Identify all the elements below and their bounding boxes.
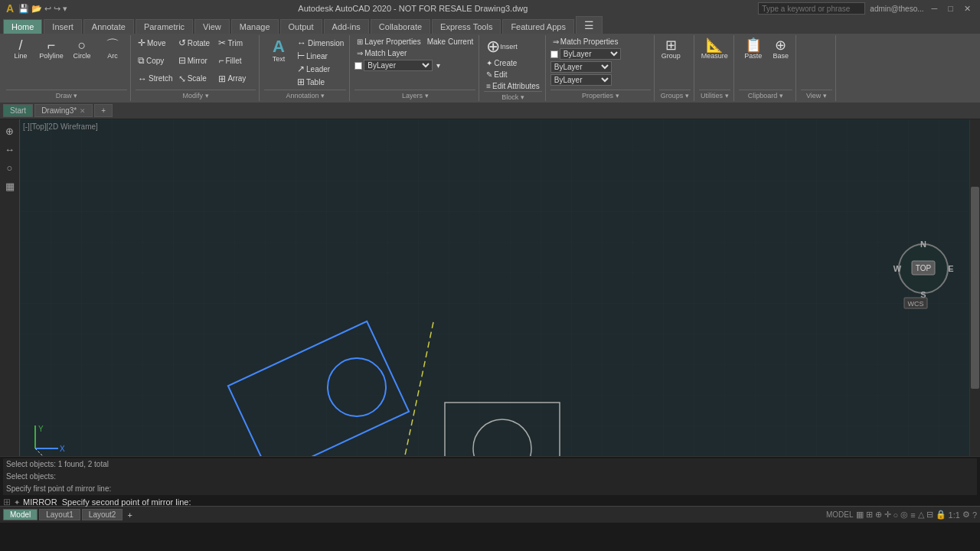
command-input-row: ⊞ ✦ [3, 497, 977, 507]
btn-array[interactable]: ⊞Array [216, 73, 256, 85]
tab-start[interactable]: Start [3, 104, 33, 117]
model-tab-layout2[interactable]: Layout2 [82, 509, 123, 520]
move-icon: ✛ [138, 37, 145, 48]
minimize-button[interactable]: ─ [929, 4, 941, 13]
btn-layer-more[interactable]: ▾ [434, 60, 443, 70]
model-bar: Model Layout1 Layout2 + MODEL ▦ ⊞ ⊕ ✛ ○ … [0, 506, 980, 523]
btn-circle[interactable]: ○ Circle [67, 37, 96, 61]
tab-view[interactable]: View [194, 19, 230, 34]
btn-trim[interactable]: ✂Trim [216, 37, 256, 49]
lt-btn-4[interactable]: ▦ [2, 178, 18, 194]
add-layout-btn[interactable]: + [127, 510, 132, 520]
group-draw-label: Draw ▾ [6, 90, 127, 99]
units-icon[interactable]: 1:1 [949, 510, 960, 520]
tab-addins[interactable]: Add-ins [324, 19, 369, 34]
osnap-icon[interactable]: ○ [893, 510, 899, 520]
model-tab-model[interactable]: Model [3, 509, 38, 520]
dimension-icon: ↔ [297, 37, 306, 48]
annotmon-icon[interactable]: 🔒 [936, 510, 946, 520]
btn-leader[interactable]: ↗Leader [295, 63, 346, 75]
tab-extra[interactable]: ☰ [576, 16, 603, 34]
btn-base[interactable]: ⊕ Base [769, 37, 792, 61]
btn-text[interactable]: A Text [264, 37, 293, 64]
snap-icon[interactable]: ⊞ [866, 510, 873, 520]
tab-close-icon[interactable]: ✕ [80, 107, 86, 115]
tab-parametric[interactable]: Parametric [136, 19, 193, 34]
quick-access: 💾 📂 ↩ ↪ ▾ [18, 4, 67, 14]
user-label: admin@theso... [870, 5, 923, 13]
model-tab-layout1[interactable]: Layout1 [39, 509, 80, 520]
tab-annotate[interactable]: Annotate [83, 19, 134, 34]
search-input[interactable] [758, 2, 865, 15]
layer-dropdown[interactable]: ByLayer [364, 60, 433, 71]
lineweight-dropdown[interactable]: ByLayer [550, 74, 612, 86]
group-properties-label: Properties ▾ [550, 90, 651, 99]
btn-measure[interactable]: 📐 Measure [699, 37, 730, 61]
tab-drawing3[interactable]: Drawing3* ✕ [34, 104, 93, 117]
selection-icon[interactable]: ⊟ [926, 510, 933, 520]
tab-output[interactable]: Output [280, 19, 322, 34]
btn-fillet[interactable]: ⌐Fillet [216, 54, 256, 67]
btn-stretch[interactable]: ↔Stretch [136, 73, 175, 85]
close-button[interactable]: ✕ [961, 4, 974, 14]
btn-scale[interactable]: ⤡Scale [176, 73, 216, 85]
btn-rotate[interactable]: ↺Rotate [176, 37, 216, 49]
tab-home[interactable]: Home [3, 19, 42, 34]
btn-paste[interactable]: 📋 Paste [739, 37, 768, 61]
otrack-icon[interactable]: ◎ [900, 510, 908, 520]
tab-insert[interactable]: Insert [44, 19, 82, 34]
help-icon[interactable]: ? [972, 510, 977, 520]
lt-btn-3[interactable]: ○ [2, 159, 18, 176]
cmd-history-3: Specify first point of mirror line: [3, 483, 977, 495]
polar-icon[interactable]: ✛ [884, 510, 891, 520]
ribbon-content: / Line ⌐ Polyline ○ Circle ⌒ Arc Draw ▾ … [0, 34, 980, 103]
btn-copy[interactable]: ⧉Copy [136, 54, 175, 67]
layer-icon: ⊞ [357, 37, 363, 46]
group-modify-label: Modify ▾ [136, 90, 256, 99]
btn-insert[interactable]: ⊕ Insert [484, 37, 520, 57]
tab-expresstools[interactable]: Express Tools [432, 19, 501, 34]
cmd-history-2: Select objects: [3, 471, 977, 483]
btn-make-current[interactable]: Make Current [425, 37, 476, 47]
arc-icon: ⌒ [106, 38, 119, 52]
leader-icon: ↗ [297, 64, 305, 74]
viewport[interactable]: [-][Top][2D Wireframe] [20, 119, 969, 456]
svg-text:W: W [893, 264, 902, 273]
btn-match-layer[interactable]: ⇒ Match Layer [354, 48, 409, 58]
btn-move[interactable]: ✛Move [136, 37, 175, 49]
btn-group[interactable]: ⊞ Group [659, 37, 683, 61]
btn-layer-props[interactable]: ⊞ Layer Properties [354, 37, 423, 47]
qp-icon[interactable]: ⚙ [962, 510, 970, 520]
lineweight-icon[interactable]: ≡ [910, 510, 915, 520]
transparency-icon[interactable]: △ [918, 510, 924, 520]
tab-add[interactable]: + [94, 104, 113, 117]
color-dropdown[interactable]: ByLayer [560, 48, 621, 60]
ortho-icon[interactable]: ⊕ [875, 510, 882, 520]
title-bar: A 💾 📂 ↩ ↪ ▾ Autodesk AutoCAD 2020 - NOT … [0, 0, 980, 17]
tab-featuredapps[interactable]: Featured Apps [502, 19, 574, 34]
grid-icon[interactable]: ▦ [856, 510, 864, 520]
right-scrollbar[interactable] [969, 119, 980, 456]
btn-edit-attr[interactable]: ≡Edit Attributes [484, 81, 542, 91]
svg-text:TOP: TOP [916, 264, 932, 272]
lt-btn-2[interactable]: ↔ [2, 141, 18, 158]
btn-dimension[interactable]: ↔Dimension [295, 37, 346, 49]
layer-color-box [354, 62, 362, 70]
btn-create[interactable]: ✦Create [484, 58, 519, 68]
btn-mirror[interactable]: ⊟Mirror [176, 54, 216, 67]
lt-btn-1[interactable]: ⊕ [2, 122, 18, 139]
btn-polyline[interactable]: ⌐ Polyline [37, 37, 66, 61]
btn-table[interactable]: ⊞Table [295, 76, 346, 88]
btn-edit-block[interactable]: ✎Edit [484, 70, 509, 80]
group-icon: ⊞ [665, 38, 677, 52]
command-input[interactable] [23, 497, 977, 507]
btn-linear[interactable]: ⊢Linear [295, 50, 346, 62]
btn-line[interactable]: / Line [6, 37, 35, 61]
btn-arc[interactable]: ⌒ Arc [98, 37, 127, 61]
btn-match-props[interactable]: ⇒Match Properties [550, 37, 621, 47]
tab-collaborate[interactable]: Collaborate [371, 19, 430, 34]
tab-manage[interactable]: Manage [231, 19, 279, 34]
linetype-dropdown[interactable]: ByLayer [550, 61, 612, 73]
restore-button[interactable]: □ [945, 4, 956, 13]
group-block-label: Block ▾ [484, 91, 542, 101]
